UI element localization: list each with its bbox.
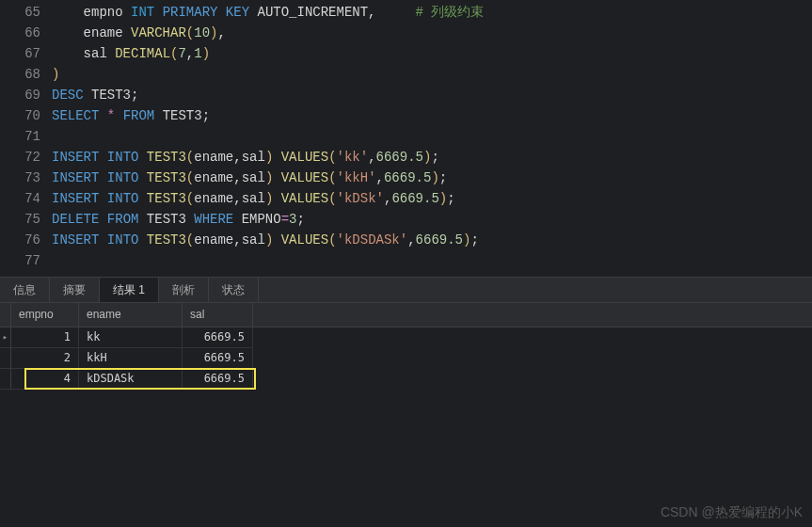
tab-信息[interactable]: 信息 — [0, 278, 50, 302]
code-line[interactable]: 71 — [0, 126, 812, 147]
code-content[interactable]: INSERT INTO TEST3(ename,sal) VALUES('kDS… — [52, 188, 812, 209]
row-selector[interactable] — [0, 348, 11, 369]
tab-剖析[interactable]: 剖析 — [159, 278, 209, 302]
table-row[interactable]: ▸1kk6669.5 — [0, 327, 812, 348]
line-number: 66 — [0, 23, 52, 43]
cell-sal[interactable]: 6669.5 — [183, 348, 253, 369]
line-number: 65 — [0, 2, 52, 23]
column-header-ename[interactable]: ename — [79, 303, 183, 327]
line-number: 77 — [0, 250, 52, 271]
cell-empno[interactable]: 2 — [11, 348, 79, 369]
row-selector[interactable] — [0, 369, 11, 390]
line-number: 76 — [0, 230, 52, 250]
line-number: 68 — [0, 64, 52, 85]
code-line[interactable]: 69DESC TEST3; — [0, 85, 812, 105]
line-number: 75 — [0, 209, 52, 230]
code-editor[interactable]: 65 empno INT PRIMARY KEY AUTO_INCREMENT,… — [0, 0, 812, 271]
code-content[interactable]: DELETE FROM TEST3 WHERE EMPNO=3; — [52, 209, 812, 230]
line-number: 74 — [0, 188, 52, 209]
cell-ename[interactable]: kDSDASk — [79, 369, 183, 390]
result-tabs: 信息摘要结果 1剖析状态 — [0, 277, 812, 303]
tab-结果 1[interactable]: 结果 1 — [100, 278, 159, 302]
row-selector-header — [0, 303, 11, 327]
line-number: 69 — [0, 85, 52, 105]
line-number: 71 — [0, 126, 52, 147]
line-number: 73 — [0, 168, 52, 188]
cell-empno[interactable]: 1 — [11, 327, 79, 348]
code-line[interactable]: 77 — [0, 250, 812, 271]
code-content[interactable]: INSERT INTO TEST3(ename,sal) VALUES('kk'… — [52, 147, 812, 168]
code-line[interactable]: 75DELETE FROM TEST3 WHERE EMPNO=3; — [0, 209, 812, 230]
table-row[interactable]: 2kkH6669.5 — [0, 348, 812, 369]
code-content[interactable]: DESC TEST3; — [52, 85, 812, 105]
tab-状态[interactable]: 状态 — [209, 278, 259, 302]
code-line[interactable]: 76INSERT INTO TEST3(ename,sal) VALUES('k… — [0, 230, 812, 250]
tab-摘要[interactable]: 摘要 — [50, 278, 100, 302]
results-header: empno ename sal — [0, 303, 812, 327]
code-content[interactable]: empno INT PRIMARY KEY AUTO_INCREMENT, # … — [52, 2, 812, 23]
column-header-sal[interactable]: sal — [183, 303, 253, 327]
code-line[interactable]: 68) — [0, 64, 812, 85]
code-line[interactable]: 66 ename VARCHAR(10), — [0, 23, 812, 43]
results-rows: ▸1kk6669.52kkH6669.54kDSDASk6669.5 — [0, 327, 812, 390]
code-line[interactable]: 73INSERT INTO TEST3(ename,sal) VALUES('k… — [0, 168, 812, 188]
column-header-empno[interactable]: empno — [11, 303, 79, 327]
code-line[interactable]: 74INSERT INTO TEST3(ename,sal) VALUES('k… — [0, 188, 812, 209]
line-number: 72 — [0, 147, 52, 168]
code-content[interactable] — [52, 250, 812, 271]
watermark: CSDN @热爱编程的小K — [661, 504, 803, 521]
code-content[interactable]: sal DECIMAL(7,1) — [52, 43, 812, 64]
line-number: 70 — [0, 105, 52, 126]
code-line[interactable]: 70SELECT * FROM TEST3; — [0, 105, 812, 126]
line-number: 67 — [0, 43, 52, 64]
code-content[interactable]: INSERT INTO TEST3(ename,sal) VALUES('kkH… — [52, 168, 812, 188]
code-content[interactable]: SELECT * FROM TEST3; — [52, 105, 812, 126]
results-panel: empno ename sal ▸1kk6669.52kkH6669.54kDS… — [0, 303, 812, 390]
code-content[interactable]: INSERT INTO TEST3(ename,sal) VALUES('kDS… — [52, 230, 812, 250]
code-content[interactable]: ) — [52, 64, 812, 85]
table-row[interactable]: 4kDSDASk6669.5 — [0, 369, 812, 390]
cell-ename[interactable]: kkH — [79, 348, 183, 369]
code-line[interactable]: 67 sal DECIMAL(7,1) — [0, 43, 812, 64]
code-content[interactable]: ename VARCHAR(10), — [52, 23, 812, 43]
code-line[interactable]: 65 empno INT PRIMARY KEY AUTO_INCREMENT,… — [0, 2, 812, 23]
cell-sal[interactable]: 6669.5 — [183, 327, 253, 348]
cell-ename[interactable]: kk — [79, 327, 183, 348]
code-line[interactable]: 72INSERT INTO TEST3(ename,sal) VALUES('k… — [0, 147, 812, 168]
cell-sal[interactable]: 6669.5 — [183, 369, 253, 390]
code-content[interactable] — [52, 126, 812, 147]
cell-empno[interactable]: 4 — [11, 369, 79, 390]
row-selector[interactable]: ▸ — [0, 327, 11, 348]
